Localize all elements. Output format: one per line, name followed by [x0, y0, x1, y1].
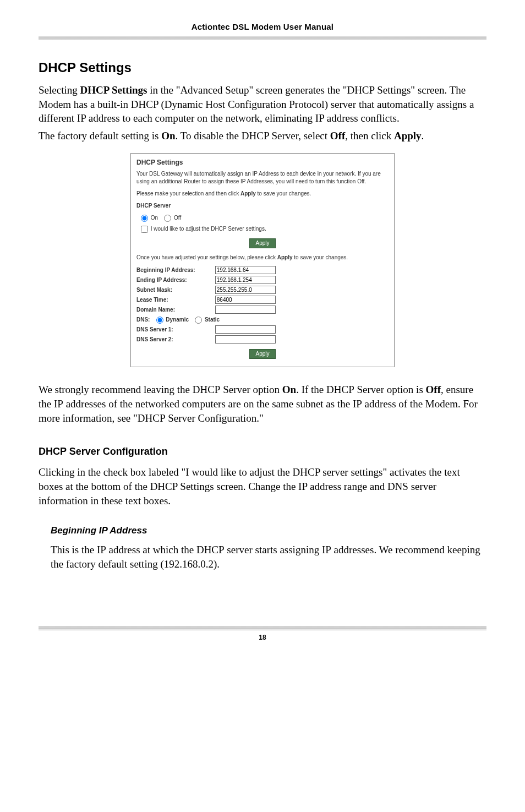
dhcp-server-label: DHCP Server — [136, 202, 389, 210]
sub-subsection-heading: Beginning IP Address — [51, 525, 486, 536]
dhcp-off-label: Off — [174, 215, 181, 221]
dhcp-apply-note: Once you have adjusted your settings bel… — [136, 254, 389, 261]
subsection-heading: DHCP Server Configuration — [39, 446, 486, 457]
adjust-checkbox[interactable] — [141, 226, 148, 233]
dns1-label: DNS Server 1: — [136, 326, 214, 334]
dns2-input[interactable] — [215, 335, 276, 344]
subnet-input[interactable] — [215, 286, 276, 294]
dhcp-panel-desc-1: Your DSL Gateway will automatically assi… — [136, 170, 389, 186]
section-heading: DHCP Settings — [39, 60, 486, 75]
intro-paragraph-2: The factory default setting is On. To di… — [39, 129, 486, 143]
page-number: 18 — [39, 634, 486, 641]
ending-ip-input[interactable] — [215, 276, 276, 284]
dhcp-panel-desc-2: Please make your selection and then clic… — [136, 190, 389, 198]
sub-subsection-body: This is the IP address at which the DHCP… — [51, 543, 486, 571]
ending-ip-label: Ending IP Address: — [136, 276, 214, 284]
lease-label: Lease Time: — [136, 296, 214, 304]
dns1-input[interactable] — [215, 325, 276, 334]
footer-rule — [39, 626, 486, 630]
intro-paragraph-1: Selecting DHCP Settings in the "Advanced… — [39, 83, 486, 126]
dhcp-settings-panel: DHCP Settings Your DSL Gateway will auto… — [130, 153, 395, 368]
doc-header-title: Actiontec DSL Modem User Manual — [39, 22, 486, 36]
domain-input[interactable] — [215, 306, 276, 314]
beginning-ip-label: Beginning IP Address: — [136, 266, 214, 274]
dns-dynamic-label: Dynamic — [166, 317, 189, 323]
dhcp-off-radio[interactable] — [164, 215, 171, 222]
apply-button-top[interactable]: Apply — [249, 238, 275, 248]
lease-input[interactable] — [215, 296, 276, 304]
header-rule — [39, 36, 486, 40]
beginning-ip-input[interactable] — [215, 266, 276, 274]
domain-label: Domain Name: — [136, 306, 214, 314]
adjust-label: I would like to adjust the DHCP Server s… — [151, 226, 266, 232]
subnet-label: Subnet Mask: — [136, 286, 214, 294]
post-embed-paragraph: We strongly recommend leaving the DHCP S… — [39, 383, 486, 425]
dhcp-panel-heading: DHCP Settings — [136, 158, 389, 167]
dhcp-on-radio[interactable] — [141, 215, 148, 222]
subsection-body: Clicking in the check box labeled "I wou… — [39, 465, 486, 508]
dns-dynamic-radio[interactable] — [156, 317, 163, 324]
dns-static-radio[interactable] — [195, 317, 202, 324]
apply-button-bottom[interactable]: Apply — [249, 349, 275, 359]
dns-static-label: Static — [205, 317, 220, 323]
dns-prefix-label: DNS: — [136, 317, 150, 323]
dhcp-on-label: On — [151, 215, 158, 221]
dns2-label: DNS Server 2: — [136, 336, 214, 344]
